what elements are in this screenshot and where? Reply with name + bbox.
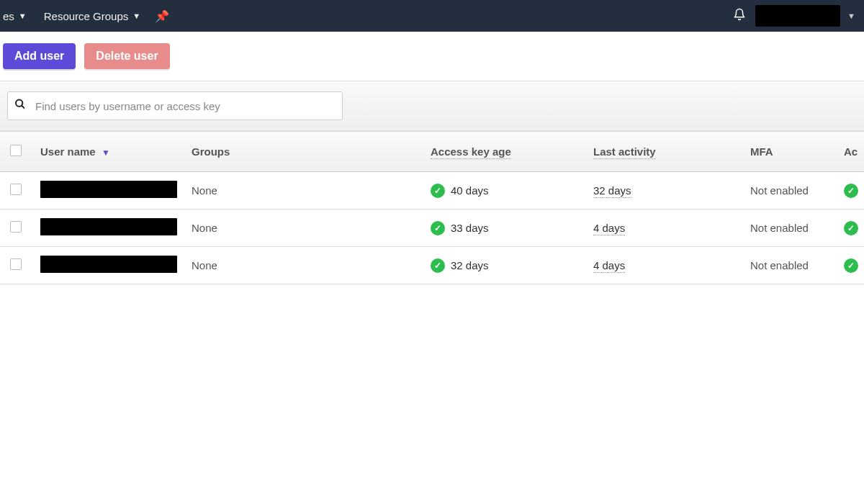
- cell-last-activity: 32 days: [593, 184, 631, 198]
- cell-groups: None: [183, 247, 422, 284]
- header-user-name-label: User name: [40, 145, 96, 158]
- search-icon: [14, 99, 26, 114]
- add-user-button[interactable]: Add user: [3, 43, 76, 69]
- check-circle-icon: ✓: [431, 258, 445, 273]
- cell-access-key-age: 40 days: [451, 184, 489, 197]
- check-circle-icon: ✓: [844, 221, 858, 235]
- bell-icon[interactable]: [729, 8, 750, 24]
- check-circle-icon: ✓: [844, 184, 858, 198]
- pin-icon[interactable]: 📌: [155, 9, 169, 23]
- action-button-row: Add user Delete user: [0, 32, 864, 81]
- nav-services-label-fragment: es: [3, 10, 14, 22]
- check-circle-icon: ✓: [844, 258, 858, 273]
- cell-mfa: Not enabled: [742, 210, 835, 247]
- header-groups[interactable]: Groups: [183, 132, 422, 172]
- users-table: User name ▼ Groups Access key age Last a…: [0, 131, 864, 284]
- navbar-left: es ▼ Resource Groups ▼ 📌: [3, 0, 169, 32]
- top-navbar: es ▼ Resource Groups ▼ 📌 ▼: [0, 0, 864, 32]
- nav-resource-groups-label: Resource Groups: [44, 10, 129, 22]
- cell-access-key-age: 33 days: [451, 222, 489, 234]
- header-truncated[interactable]: Ac: [835, 132, 864, 172]
- account-menu-redacted[interactable]: [755, 5, 840, 27]
- row-checkbox[interactable]: [10, 184, 22, 195]
- header-last-activity-label: Last activity: [593, 145, 656, 159]
- nav-resource-groups[interactable]: Resource Groups ▼: [35, 0, 149, 32]
- caret-down-icon: ▼: [132, 12, 140, 20]
- users-table-head: User name ▼ Groups Access key age Last a…: [0, 132, 864, 172]
- header-mfa[interactable]: MFA: [742, 132, 835, 172]
- cell-last-activity: 4 days: [593, 222, 625, 235]
- row-checkbox[interactable]: [10, 258, 22, 270]
- username-redacted[interactable]: [40, 181, 177, 198]
- header-user-name[interactable]: User name ▼: [32, 132, 183, 172]
- header-access-key-age[interactable]: Access key age: [422, 132, 585, 172]
- check-circle-icon: ✓: [431, 184, 445, 198]
- header-select-all[interactable]: [0, 132, 32, 172]
- table-row[interactable]: None ✓33 days 4 days Not enabled ✓: [0, 210, 864, 247]
- delete-user-button[interactable]: Delete user: [84, 43, 169, 69]
- cell-access-key-age: 32 days: [451, 259, 489, 271]
- row-checkbox[interactable]: [10, 221, 22, 233]
- table-row[interactable]: None ✓32 days 4 days Not enabled ✓: [0, 247, 864, 284]
- header-last-activity[interactable]: Last activity: [585, 132, 742, 172]
- caret-down-icon: ▼: [19, 12, 27, 20]
- cell-last-activity: 4 days: [593, 259, 625, 273]
- cell-mfa: Not enabled: [742, 247, 835, 284]
- check-circle-icon: ✓: [431, 221, 445, 235]
- header-access-key-age-label: Access key age: [431, 145, 511, 159]
- navbar-right: ▼: [729, 5, 861, 27]
- table-row[interactable]: None ✓40 days 32 days Not enabled ✓: [0, 172, 864, 210]
- caret-down-icon[interactable]: ▼: [847, 12, 855, 20]
- search-wrap: [7, 91, 343, 120]
- username-redacted[interactable]: [40, 218, 177, 235]
- cell-groups: None: [183, 172, 422, 210]
- cell-mfa: Not enabled: [742, 172, 835, 210]
- users-table-body: None ✓40 days 32 days Not enabled ✓ None…: [0, 172, 864, 284]
- nav-services-truncated[interactable]: es ▼: [3, 0, 35, 32]
- header-truncated-label: Ac: [844, 145, 858, 158]
- sort-caret-down-icon: ▼: [102, 148, 110, 158]
- header-mfa-label: MFA: [750, 145, 773, 158]
- cell-groups: None: [183, 210, 422, 247]
- svg-line-1: [22, 106, 24, 108]
- search-strip: [0, 81, 864, 131]
- checkbox-icon[interactable]: [10, 145, 22, 156]
- header-groups-label: Groups: [192, 145, 230, 158]
- search-input[interactable]: [7, 91, 343, 120]
- username-redacted[interactable]: [40, 256, 177, 273]
